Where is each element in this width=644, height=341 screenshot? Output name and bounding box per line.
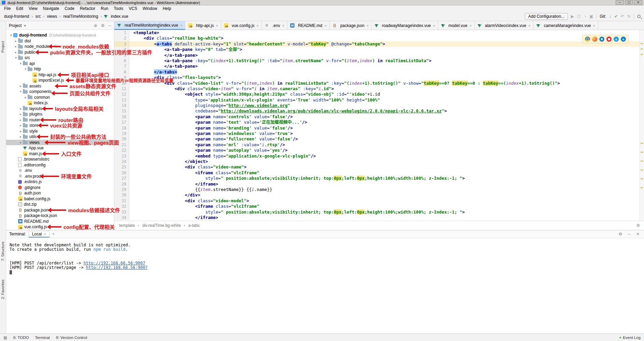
- code-line-2[interactable]: 2 <div class="realTime bg-white">: [114, 36, 640, 41]
- error-stripe[interactable]: [640, 30, 644, 221]
- code-line-28[interactable]: 28 </iframe>: [114, 181, 640, 187]
- code-line-16[interactable]: 16 <param name='controls' value='false'/…: [114, 114, 640, 120]
- tree-item-common[interactable]: ▸common: [6, 95, 114, 100]
- code-line-23[interactable]: 23 <embed type="application/x-google-vlc…: [114, 153, 640, 159]
- editor-tab-package.json[interactable]: {}package.json×: [330, 21, 372, 30]
- git-rollback-icon[interactable]: ↶: [621, 14, 624, 19]
- code-line-11[interactable]: 11 <div class="video-item" v-for="i in i…: [114, 86, 640, 92]
- edge-browser-icon[interactable]: e: [621, 37, 626, 42]
- tree-item-layouts[interactable]: ▸layouts: [6, 106, 114, 112]
- tree-item-package-lock.json[interactable]: {}package-lock.json: [6, 213, 114, 219]
- tree-item-importExcel.js[interactable]: JSimportExcel.js: [6, 78, 114, 83]
- event-log-button[interactable]: Event Log: [623, 336, 641, 340]
- code-line-3[interactable]: 3 <a-tabs default-active-key="1" slot="h…: [114, 41, 640, 47]
- tree-item-http-api.js[interactable]: JShttp-api.js: [6, 72, 114, 78]
- code-line-21[interactable]: 21 <param name='mrl' :value='i.rtsp'/>: [114, 142, 640, 148]
- breadcrumb-item-views[interactable]: views: [46, 14, 58, 19]
- chevron-expanded-icon[interactable]: ▾: [14, 56, 18, 59]
- status-item-9-version-control[interactable]: 9: Version Control: [56, 336, 87, 340]
- code-line-18[interactable]: 18 <param name='branding' value='false'/…: [114, 125, 640, 131]
- tree-item-README.md[interactable]: MREADME.md: [6, 219, 114, 224]
- code-line-19[interactable]: 19 <param name='windowless' value='true'…: [114, 131, 640, 136]
- tree-item-router[interactable]: ▸router: [6, 117, 114, 123]
- code-line-1[interactable]: 1<template>: [114, 30, 640, 36]
- code-line-14[interactable]: 14 pluginspage="http://www.videolan.org": [114, 103, 640, 108]
- locate-file-icon[interactable]: ⊕: [94, 23, 97, 28]
- title-bar[interactable]: duoji-frontend [D:\zheheWeb\duoji-fronte…: [0, 0, 644, 5]
- tree-item-dist[interactable]: ▸dist: [6, 38, 114, 44]
- code-breadcrumb-a-tabs[interactable]: a-tabs: [188, 223, 200, 228]
- code-breadcrumb-div-realTime-bg-white[interactable]: div.realTime.bg-white: [142, 223, 182, 228]
- tree-item-App.vue[interactable]: App.vue: [6, 145, 114, 151]
- status-item-terminal[interactable]: Terminal: [35, 336, 49, 340]
- chevron-expanded-icon[interactable]: ▾: [18, 62, 23, 65]
- chevron-collapsed-icon[interactable]: ▸: [18, 118, 23, 122]
- code-line-12[interactable]: 12 <object style="width:390px;height:219…: [114, 92, 640, 97]
- tree-item-store[interactable]: ▸store: [6, 123, 114, 128]
- close-tab-icon[interactable]: ×: [180, 23, 182, 27]
- safari-browser-icon[interactable]: [599, 37, 604, 42]
- tree-item-duoji-frontend[interactable]: ▾duoji-frontendD:\zheheWeb\duoji-fronten…: [6, 32, 114, 38]
- breadcrumb-item-src[interactable]: src: [34, 14, 41, 19]
- tree-item-babel.config.js[interactable]: JSbabel.config.js: [6, 196, 114, 202]
- breadcrumb-item-realTimeMonitoring[interactable]: realTimeMonitoring: [62, 14, 99, 19]
- code-breadcrumb-template[interactable]: template: [118, 223, 135, 228]
- chevron-collapsed-icon[interactable]: ▸: [18, 107, 23, 110]
- tree-item-assets[interactable]: ▸assets: [6, 83, 114, 89]
- terminal-output[interactable]: Note that the development build is not o…: [6, 238, 644, 333]
- code-line-7[interactable]: 7 </a-tab-pane>: [114, 64, 640, 69]
- code-line-10[interactable]: 10 <div class="video-list" v-for="(item,…: [114, 81, 640, 86]
- tree-item-.browserslistrc[interactable]: .browserslistrc: [6, 156, 114, 162]
- menu-item-code[interactable]: Code: [62, 5, 77, 12]
- breadcrumb-item-duoji-frontend[interactable]: duoji-frontend: [3, 14, 30, 19]
- close-tab-icon[interactable]: ×: [593, 24, 595, 28]
- firefox-browser-icon[interactable]: [592, 37, 597, 42]
- git-update-icon[interactable]: ↓: [609, 14, 611, 19]
- code-editor[interactable]: 1<template>2 <div class="realTime bg-whi…: [114, 30, 640, 221]
- code-line-26[interactable]: 26 <iframe class="vlcIframe": [114, 170, 640, 176]
- chevron-collapsed-icon[interactable]: ▸: [18, 129, 23, 133]
- code-line-6[interactable]: 6 <a-tab-pane :key="(index+1).toString()…: [114, 58, 640, 64]
- chevron-collapsed-icon[interactable]: ▸: [18, 124, 23, 127]
- terminal-link[interactable]: http://192.168.66.56:9007: [84, 261, 145, 265]
- status-item-6-todo[interactable]: 6: TODO: [13, 336, 29, 340]
- tree-item-package.json[interactable]: {}package.json: [6, 207, 114, 213]
- tree-item-dist.zip[interactable]: dist.zip: [6, 202, 114, 207]
- code-line-27[interactable]: 27 style=" position:absolute;visibility:…: [114, 176, 640, 181]
- code-line-29[interactable]: 29 {{item.streetName}} {{i.name}}: [114, 187, 640, 192]
- menu-item-edit[interactable]: Edit: [13, 5, 26, 12]
- gear-icon[interactable]: ⚙: [101, 23, 105, 28]
- chevron-collapsed-icon[interactable]: ▸: [23, 96, 28, 99]
- editor-tab-README.md[interactable]: MREADME.md×: [287, 21, 330, 30]
- tree-item-components[interactable]: ▾components: [6, 89, 114, 95]
- menu-item-vcs[interactable]: VCS: [126, 5, 140, 12]
- tree-item-src[interactable]: ▾src: [6, 55, 114, 61]
- tree-item-public[interactable]: ▸public: [6, 50, 114, 55]
- code-line-15[interactable]: 15 codebase="http://downloads.videolan.o…: [114, 108, 640, 114]
- code-line-22[interactable]: 22 <param name='autoplay' value='yes'/>: [114, 148, 640, 153]
- menu-item-help[interactable]: Help: [160, 5, 174, 12]
- git-history-icon[interactable]: ↻: [627, 14, 631, 19]
- tree-item-main.js[interactable]: JSmain.js: [6, 151, 114, 157]
- stripe-structure-button[interactable]: 7: Structure: [1, 242, 5, 261]
- opera-browser-icon[interactable]: [606, 37, 612, 42]
- gear-icon[interactable]: ⚙: [636, 223, 640, 228]
- debug-icon[interactable]: ⬡: [577, 14, 581, 19]
- ie-browser-icon[interactable]: e: [614, 37, 619, 42]
- tree-item-.env[interactable]: ⚙.env: [6, 168, 114, 174]
- close-tab-icon[interactable]: ×: [216, 24, 218, 28]
- close-terminal-icon[interactable]: ✕: [636, 232, 640, 236]
- tree-item-.gitignore[interactable]: .gitignore: [6, 185, 114, 191]
- editor-tab-vue.config.js[interactable]: JSvue.config.js×: [221, 21, 262, 30]
- close-tab-icon[interactable]: ×: [528, 24, 530, 28]
- tree-item-utils[interactable]: ▸utils: [6, 134, 114, 140]
- gear-icon[interactable]: ⚙: [619, 232, 622, 236]
- stripe-favorites-button[interactable]: 2: Favorites: [1, 279, 5, 299]
- tree-item-http[interactable]: ▾http: [6, 66, 114, 72]
- code-line-8[interactable]: 8 </a-tabs>: [114, 69, 640, 75]
- code-line-34[interactable]: 34 </iframe>: [114, 215, 640, 220]
- stripe-project-button[interactable]: Project: [1, 41, 5, 53]
- profile-icon[interactable]: ◔: [584, 14, 586, 19]
- code-line-20[interactable]: 20 <param name='fullscreen' value='false…: [114, 136, 640, 142]
- chevron-down-icon[interactable]: ▾: [24, 23, 26, 28]
